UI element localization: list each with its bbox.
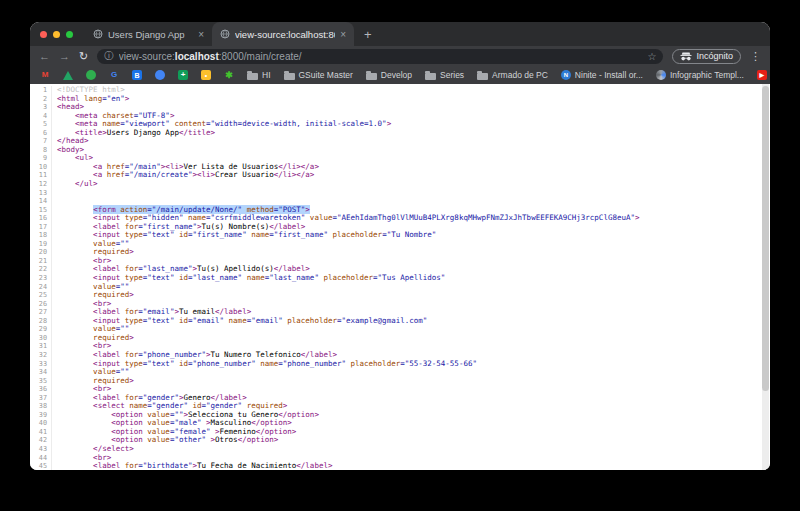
line-number: 5 bbox=[30, 120, 52, 129]
browser-window: Users Django App × view-source:localhost… bbox=[30, 22, 770, 470]
line-number: 7 bbox=[30, 137, 52, 146]
toolbar: ← → ↻ ⓘ view-source:localhost:8000/main/… bbox=[30, 46, 770, 66]
minimize-window-button[interactable] bbox=[53, 31, 60, 38]
line-number: 42 bbox=[30, 436, 52, 445]
line-number: 44 bbox=[30, 454, 52, 463]
incognito-label: Incógnito bbox=[696, 51, 733, 61]
bookmark-icon-item[interactable]: ✱ bbox=[224, 70, 234, 80]
code-token: ="phone_number" bbox=[278, 359, 346, 368]
globe-favicon-icon bbox=[93, 29, 103, 39]
code-token: ="other" bbox=[170, 435, 206, 444]
bookmark-star-icon[interactable]: ☆ bbox=[648, 51, 657, 62]
page-info-icon[interactable]: ⓘ bbox=[104, 50, 114, 63]
bookmark-icon-item[interactable] bbox=[86, 70, 96, 80]
bookmark-label: Armado de PC bbox=[492, 70, 548, 80]
menu-icon[interactable]: ⋮ bbox=[750, 50, 761, 63]
bookmark-icon-item[interactable]: + bbox=[178, 70, 188, 80]
line-number: 6 bbox=[30, 129, 52, 138]
line-number: 24 bbox=[30, 283, 52, 292]
code-token: </label> bbox=[296, 461, 332, 470]
line-number: 39 bbox=[30, 411, 52, 420]
incognito-icon bbox=[680, 52, 692, 61]
bookmark-item[interactable]: Infographic Templ... bbox=[656, 70, 744, 80]
line-number: 26 bbox=[30, 300, 52, 309]
code-token: > bbox=[635, 213, 640, 222]
bookmark-item[interactable]: ▶Música Para Estud... bbox=[757, 70, 770, 80]
source-line: 24 value="" bbox=[30, 283, 770, 292]
back-button[interactable]: ← bbox=[39, 51, 50, 62]
line-number: 19 bbox=[30, 240, 52, 249]
bookmark-item[interactable]: Armado de PC bbox=[477, 70, 548, 80]
line-number: 45 bbox=[30, 462, 52, 470]
tab-title: Users Django App bbox=[108, 29, 193, 40]
code-token: href bbox=[107, 170, 125, 179]
code-token: > bbox=[129, 290, 134, 299]
bookmark-icon-item[interactable]: M bbox=[40, 70, 50, 80]
source-line: 13 bbox=[30, 189, 770, 198]
reload-button[interactable]: ↻ bbox=[79, 51, 88, 62]
code-token: ="birthdate" bbox=[138, 461, 192, 470]
line-number: 13 bbox=[30, 189, 52, 198]
source-line: 11 <a href="/main/create"><li>Crear Usua… bbox=[30, 171, 770, 180]
bookmark-icon-item[interactable]: G bbox=[109, 70, 119, 80]
line-number: 30 bbox=[30, 334, 52, 343]
code-token: > bbox=[387, 119, 392, 128]
source-line: 19 value="" bbox=[30, 240, 770, 249]
close-tab-icon[interactable]: × bbox=[198, 29, 204, 40]
line-number: 1 bbox=[30, 86, 52, 95]
tab-strip: Users Django App × view-source:localhost… bbox=[30, 22, 770, 46]
bookmark-label: GSuite Master bbox=[299, 70, 353, 80]
code-token: placeholder bbox=[328, 230, 382, 239]
code-token: ="first_name" bbox=[188, 230, 247, 239]
line-number: 18 bbox=[30, 231, 52, 240]
code-token: ="en" bbox=[102, 94, 125, 103]
new-tab-button[interactable]: + bbox=[364, 27, 372, 42]
close-tab-icon[interactable]: × bbox=[340, 29, 346, 40]
scrollbar[interactable] bbox=[762, 84, 769, 470]
code-token: for bbox=[125, 461, 139, 470]
bookmark-label: Develop bbox=[381, 70, 412, 80]
source-line: 33 <input type="text" id="phone_number" … bbox=[30, 360, 770, 369]
code-token: ="width=device-width, initial-scale=1.0" bbox=[206, 119, 387, 128]
forward-button[interactable]: → bbox=[59, 51, 70, 62]
source-line: 30 required> bbox=[30, 334, 770, 343]
address-bar[interactable]: ⓘ view-source:localhost:8000/main/create… bbox=[97, 49, 663, 64]
bookmark-item[interactable]: NNinite - Install or... bbox=[561, 70, 643, 80]
bookmark-item[interactable]: HI bbox=[247, 70, 271, 80]
code-token: placeholder bbox=[346, 359, 400, 368]
source-line: 2<html lang="en"> bbox=[30, 95, 770, 104]
line-number: 4 bbox=[30, 112, 52, 121]
tab-view-source[interactable]: view-source:localhost:8000/m × bbox=[212, 22, 354, 46]
line-number: 20 bbox=[30, 248, 52, 257]
code-token: </ul> bbox=[57, 179, 98, 188]
bookmark-item[interactable]: Series bbox=[425, 70, 464, 80]
source-line: 25 required> bbox=[30, 291, 770, 300]
infographic-icon bbox=[656, 70, 666, 80]
bookmark-icon-item[interactable]: • bbox=[201, 70, 211, 80]
line-number: 10 bbox=[30, 163, 52, 172]
code-token: ="email" bbox=[188, 316, 224, 325]
url-host: localhost bbox=[175, 51, 219, 62]
source-line: 28 <input type="text" id="email" name="e… bbox=[30, 317, 770, 326]
bookmark-icon-item[interactable]: B bbox=[132, 70, 142, 80]
scrollbar-thumb[interactable] bbox=[762, 86, 769, 391]
line-number: 34 bbox=[30, 368, 52, 377]
source-line: 34 value="" bbox=[30, 368, 770, 377]
line-number: 32 bbox=[30, 351, 52, 360]
zoom-window-button[interactable] bbox=[66, 31, 73, 38]
bulb-icon: • bbox=[201, 70, 211, 80]
bookmark-item[interactable]: Develop bbox=[366, 70, 412, 80]
line-number: 28 bbox=[30, 317, 52, 326]
code-token: ="first_name" bbox=[269, 230, 328, 239]
tab-users-django-app[interactable]: Users Django App × bbox=[85, 22, 212, 46]
bookmark-icon-item[interactable] bbox=[155, 70, 165, 80]
code-token: > bbox=[129, 333, 134, 342]
incognito-badge: Incógnito bbox=[672, 49, 741, 64]
bookmark-icon-item[interactable] bbox=[63, 71, 73, 80]
line-number: 29 bbox=[30, 325, 52, 334]
bookmark-item[interactable]: GSuite Master bbox=[284, 70, 353, 80]
code-token: ="text" bbox=[143, 230, 175, 239]
close-window-button[interactable] bbox=[40, 31, 47, 38]
bookmark-label: Series bbox=[440, 70, 464, 80]
code-token: <label bbox=[57, 461, 125, 470]
